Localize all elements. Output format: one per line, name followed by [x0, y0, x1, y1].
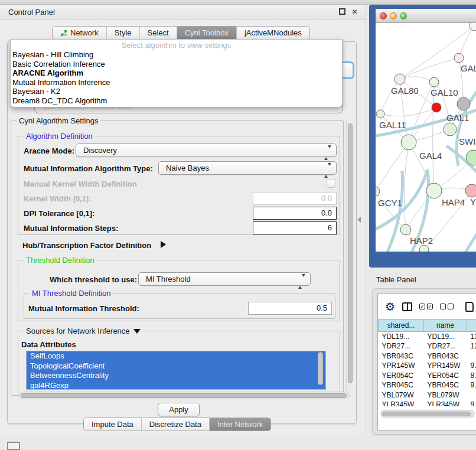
network-edge — [400, 58, 459, 79]
close-window-icon[interactable] — [380, 12, 387, 19]
node-GAL10[interactable] — [429, 77, 439, 87]
table-cell: YPR145W — [379, 361, 424, 371]
float-panel-icon[interactable] — [339, 8, 345, 15]
table-cell: YLR345W — [424, 400, 467, 406]
collapse-arrow-icon[interactable] — [133, 329, 141, 334]
table-row[interactable]: YBL079WYBL079W — [379, 390, 476, 400]
algorithm-dropdown-placeholder: Select algorithm to view settings — [11, 40, 342, 50]
stepper-icon — [324, 146, 331, 159]
column-header[interactable] — [467, 319, 476, 332]
algorithm-option[interactable]: Bayesian - K2 — [11, 87, 342, 96]
split-columns-icon[interactable] — [402, 302, 412, 311]
node-GAL4[interactable] — [401, 135, 416, 150]
settings-horizontal-scrollbar[interactable] — [19, 392, 350, 399]
tab-discretize-data[interactable]: Discretize Data — [142, 418, 210, 431]
attribute-list-scrollbar[interactable] — [318, 352, 323, 385]
sources-title: Sources for Network Inference — [26, 327, 130, 335]
tab-style[interactable]: Style — [107, 27, 140, 39]
network-window-titlebar[interactable] — [376, 9, 476, 23]
attribute-item[interactable]: gal4RGexp — [27, 381, 325, 390]
node-HAP4[interactable] — [426, 183, 442, 198]
column-header[interactable]: shared... — [379, 319, 424, 332]
settings-vertical-scrollbar[interactable] — [346, 120, 353, 396]
attribute-item[interactable]: TopologicalCoefficient — [27, 361, 325, 371]
column-header[interactable]: name — [424, 319, 467, 332]
table-box: ⚙ ✓✓ shared...name YDL19...YDL19...13YDR… — [377, 294, 476, 431]
node-gray[interactable] — [457, 97, 470, 110]
algorithm-option[interactable]: Mutual Information Inference — [11, 78, 342, 87]
node-HAP2[interactable] — [400, 224, 411, 235]
hub-definition-label: Hub/Transcription Factor Definition — [22, 241, 151, 250]
table-row[interactable]: YBR043CYBR043C — [379, 351, 476, 361]
algorithm-option[interactable]: Basic Correlation Inference — [11, 60, 342, 69]
algorithm-option[interactable]: ARACNE Algorithm — [11, 69, 342, 78]
expand-arrow-icon[interactable] — [161, 241, 166, 248]
kernel-width-field[interactable]: 0.0 — [253, 192, 337, 205]
mi-algorithm-type-combo[interactable]: Naive Bayes — [158, 161, 337, 175]
aracne-mode-combo[interactable]: Discovery — [76, 144, 337, 157]
node-table[interactable]: shared...name YDL19...YDL19...13YDR27...… — [378, 319, 476, 406]
dpi-tolerance-field[interactable]: 0.0 — [253, 207, 337, 220]
zoom-window-icon[interactable] — [400, 12, 407, 19]
mi-algorithm-type-label: Mutual Information Algorithm Type: — [24, 164, 153, 173]
table-row[interactable]: YER054CYER054C8. — [379, 371, 476, 381]
node-GAL11[interactable] — [376, 110, 384, 118]
node-label-GAL: GAL — [461, 63, 476, 73]
tab-impute-data[interactable]: Impute Data — [84, 418, 142, 431]
which-threshold-combo[interactable]: MI Threshold — [138, 272, 311, 286]
table-row[interactable]: YDL19...YDL19...13 — [379, 332, 476, 342]
table-cell: 12 — [467, 341, 476, 351]
node-gal-pink[interactable] — [454, 53, 464, 63]
network-edge — [380, 107, 436, 116]
close-panel-icon[interactable]: ✕ — [351, 8, 358, 16]
tab-network[interactable]: Network — [53, 27, 107, 39]
tab-select[interactable]: Select — [140, 27, 177, 39]
network-canvas[interactable]: GALGAL80GAL10GAL1GAL11SWI4GAL4GCY1HAP4YH… — [376, 23, 476, 252]
node-top-partial[interactable] — [470, 23, 476, 31]
hide-columns-icon[interactable] — [440, 304, 454, 309]
minimize-window-icon[interactable] — [390, 12, 397, 19]
show-checked-columns-icon[interactable]: ✓✓ — [419, 304, 433, 309]
tab-label: Network — [70, 28, 99, 37]
manual-kernel-width-label: Manual Kernel Width Definition — [24, 180, 137, 188]
algorithm-option[interactable]: Bayesian - Hill Climbing — [11, 50, 342, 60]
data-attributes-list[interactable]: SelfLoopsTopologicalCoefficientBetweenne… — [26, 351, 326, 390]
gear-icon[interactable]: ⚙ — [385, 301, 395, 312]
tab-jactivemnodules[interactable]: jActiveMNodules — [237, 27, 309, 39]
manual-kernel-width-checkbox[interactable] — [327, 179, 335, 188]
node-GAL1[interactable] — [444, 123, 457, 136]
mi-steps-field[interactable]: 6 — [253, 221, 337, 234]
tab-label: Impute Data — [92, 420, 133, 429]
node-label-GAL10: GAL10 — [431, 87, 458, 97]
table-row[interactable]: YDR27...YDR27...12 — [379, 341, 476, 351]
table-horizontal-scrollbar[interactable] — [380, 410, 475, 418]
table-cell: YDR27... — [379, 341, 424, 351]
table-row[interactable]: YPR145WYPR145W9. — [379, 361, 476, 371]
attribute-item[interactable]: BetweennessCentrality — [27, 371, 325, 381]
apply-button[interactable]: Apply — [158, 403, 200, 416]
algorithm-list: Bayesian - Hill ClimbingBasic Correlatio… — [11, 50, 342, 105]
node-GCY1[interactable] — [376, 187, 380, 196]
node-pink-right[interactable] — [465, 184, 476, 197]
table-row[interactable]: YBR045CYBR045C9. — [379, 380, 476, 390]
tab-cyni-toolbox[interactable]: Cyni Toolbox — [177, 27, 237, 39]
table-row[interactable]: YLR345WYLR345W9. — [379, 400, 476, 406]
table-cell: YDL19... — [379, 332, 424, 342]
node-bottom[interactable] — [419, 245, 429, 252]
splitter-collapse-icon[interactable] — [357, 217, 361, 223]
dock-panel-icon[interactable] — [7, 442, 20, 450]
table-cell: YBR043C — [379, 351, 424, 361]
mi-threshold-field[interactable]: 0.5 — [248, 302, 332, 315]
node-label-HAP4: HAP4 — [442, 197, 465, 207]
node-red[interactable] — [432, 103, 441, 112]
attribute-item[interactable]: SelfLoops — [27, 351, 325, 361]
tab-label: Select — [148, 28, 169, 37]
mi-algorithm-type-value: Naive Bayes — [166, 164, 209, 172]
algorithm-option[interactable]: Dream8 DC_TDC Algorithm — [11, 96, 342, 106]
tab-infer-network[interactable]: Infer Network — [210, 418, 270, 431]
network-icon — [60, 30, 67, 37]
stepper-icon — [298, 275, 305, 288]
node-GAL80[interactable] — [395, 74, 405, 84]
export-table-icon[interactable] — [465, 302, 474, 312]
table-body-clip: shared...name YDL19...YDL19...13YDR27...… — [378, 319, 476, 406]
